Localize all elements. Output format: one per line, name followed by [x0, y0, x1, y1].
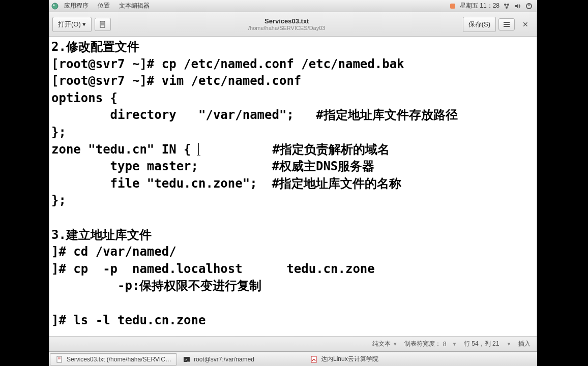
- window-title: Services03.txt: [111, 17, 463, 25]
- clock[interactable]: 星期五 11：28: [460, 2, 499, 10]
- svg-point-0: [52, 3, 58, 9]
- svg-rect-15: [57, 356, 62, 362]
- menu-text-editor[interactable]: 文本编辑器: [115, 0, 154, 12]
- taskbar-label: Services03.txt (/home/haha/SERVIC…: [67, 356, 171, 363]
- svg-rect-2: [450, 4, 455, 9]
- window-path: /home/haha/SERVICES/Day03: [111, 25, 463, 31]
- taskbar-label: root@svr7:/var/named: [194, 356, 254, 363]
- save-button[interactable]: 保存(S): [463, 17, 496, 32]
- chevron-down-icon: ▾: [82, 20, 86, 28]
- close-button[interactable]: ✕: [517, 18, 534, 30]
- svg-text:>_: >_: [185, 357, 190, 362]
- hamburger-icon: [503, 21, 510, 27]
- window-toolbar: 打开(O) ▾ Services03.txt /home/haha/SERVIC…: [49, 12, 537, 37]
- volume-icon[interactable]: [514, 2, 522, 10]
- pdf-icon: [310, 355, 318, 363]
- taskbar-item-editor[interactable]: Services03.txt (/home/haha/SERVIC…: [50, 353, 177, 365]
- syntax-selector[interactable]: 纯文本▼: [372, 340, 397, 348]
- menu-applications[interactable]: 应用程序: [60, 0, 93, 12]
- svg-point-1: [53, 4, 55, 6]
- insert-mode: 插入: [518, 340, 531, 348]
- top-panel: 应用程序 位置 文本编辑器 星期五 11：28: [49, 0, 537, 12]
- terminal-icon: >_: [183, 355, 191, 363]
- menu-places[interactable]: 位置: [94, 0, 114, 12]
- system-logo-icon: [51, 2, 59, 10]
- text-editor-icon: [55, 355, 64, 363]
- network-icon[interactable]: [503, 2, 511, 10]
- new-tab-button[interactable]: [95, 18, 111, 31]
- status-bar: 纯文本▼ 制表符宽度：8 ▼ 行 54，列 21 ▼ 插入: [49, 336, 537, 351]
- indicator-icon[interactable]: [449, 2, 457, 10]
- taskbar-item-browser[interactable]: 达内Linux云计算学院: [304, 353, 431, 365]
- editor-window: 打开(O) ▾ Services03.txt /home/haha/SERVIC…: [49, 12, 537, 352]
- hamburger-button[interactable]: [498, 18, 515, 30]
- taskbar: Services03.txt (/home/haha/SERVIC… >_ ro…: [49, 352, 537, 366]
- cursor-position[interactable]: 行 54，列 21 ▼: [464, 340, 511, 348]
- open-button[interactable]: 打开(O) ▾: [52, 17, 92, 32]
- document-icon: [99, 21, 106, 28]
- power-icon[interactable]: [525, 2, 533, 10]
- taskbar-item-terminal[interactable]: >_ root@svr7:/var/named: [177, 353, 304, 365]
- editor-content[interactable]: 2.修改配置文件 [root@svr7 ~]# cp /etc/named.co…: [49, 37, 537, 336]
- tab-width-selector[interactable]: 制表符宽度：8 ▼: [404, 340, 457, 348]
- svg-rect-8: [100, 21, 105, 27]
- taskbar-label: 达内Linux云计算学院: [321, 355, 378, 363]
